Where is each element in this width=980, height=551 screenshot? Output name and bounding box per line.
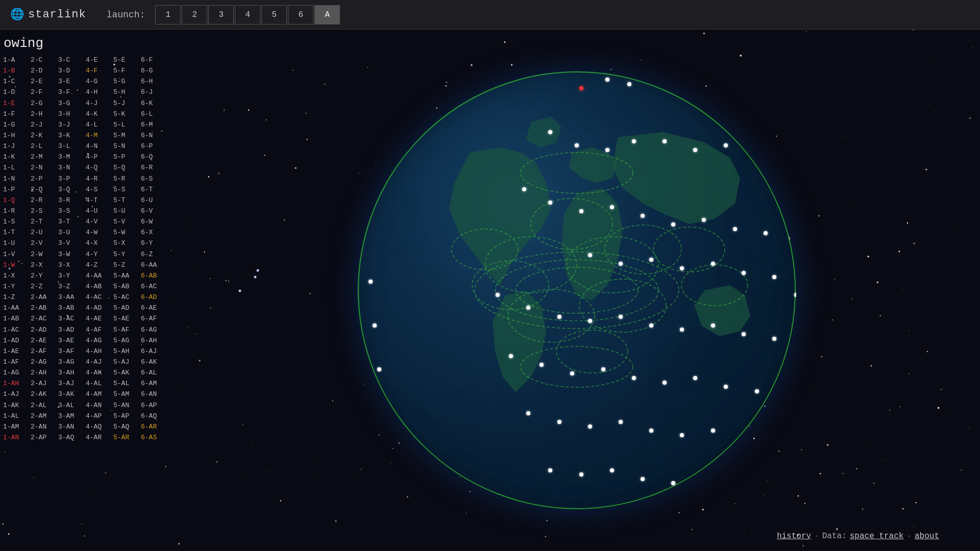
list-item[interactable]: 2-AH — [30, 368, 57, 378]
list-item[interactable]: 4-Z — [85, 260, 112, 270]
list-item[interactable]: 2-AG — [30, 357, 57, 367]
about-link[interactable]: about — [915, 532, 939, 541]
list-item[interactable]: 1-AN — [3, 433, 29, 443]
list-item[interactable]: 3-W — [58, 249, 84, 260]
list-item[interactable]: 6-AD — [140, 292, 163, 303]
list-item[interactable]: 5-K — [113, 109, 139, 119]
list-item[interactable]: 1-A — [3, 55, 29, 65]
list-item[interactable]: 5-AG — [113, 336, 139, 346]
list-item[interactable]: 6-F — [140, 55, 163, 65]
launch-btn-2[interactable]: 2 — [182, 5, 207, 24]
list-item[interactable]: 6-AH — [140, 336, 163, 346]
list-item[interactable]: 3-M — [58, 152, 84, 162]
list-item[interactable]: 5-J — [113, 98, 139, 109]
list-item[interactable]: 2-P — [30, 174, 57, 184]
list-item[interactable]: 4-M — [85, 131, 112, 141]
list-item[interactable]: 5-AR — [113, 433, 139, 443]
launch-btn-a[interactable]: A — [314, 5, 340, 24]
list-item[interactable]: 4-U — [85, 206, 112, 216]
list-item[interactable]: 3-AM — [58, 411, 84, 421]
list-item[interactable]: 6-AR — [140, 422, 163, 432]
list-item[interactable]: 1-AF — [3, 357, 29, 367]
list-item[interactable]: 6-M — [140, 120, 163, 130]
list-item[interactable]: 6-U — [140, 195, 163, 206]
list-item[interactable]: 4-S — [85, 185, 112, 195]
list-item[interactable]: 3-AK — [58, 389, 84, 399]
list-item[interactable]: 4-T — [85, 195, 112, 206]
list-item[interactable]: 5-AM — [113, 389, 139, 399]
list-item[interactable]: 1-C — [3, 77, 29, 87]
list-item[interactable]: 3-AL — [58, 400, 84, 411]
list-item[interactable]: 5-E — [113, 55, 139, 65]
list-item[interactable]: 4-F — [85, 66, 112, 76]
list-item[interactable]: 2-AA — [30, 292, 57, 303]
list-item[interactable]: 1-AE — [3, 346, 29, 357]
list-item[interactable]: 6-AL — [140, 368, 163, 378]
list-item[interactable]: 2-AC — [30, 314, 57, 324]
list-item[interactable]: 1-T — [3, 228, 29, 238]
history-link[interactable]: history — [777, 532, 811, 541]
list-item[interactable]: 2-AL — [30, 400, 57, 411]
list-item[interactable]: 3-T — [58, 217, 84, 227]
list-item[interactable]: 1-AL — [3, 411, 29, 421]
list-item[interactable]: 1-Y — [3, 282, 29, 292]
list-item[interactable]: 3-AJ — [58, 379, 84, 389]
list-item[interactable]: 6-X — [140, 228, 163, 238]
list-item[interactable]: 2-Z — [30, 282, 57, 292]
list-item[interactable]: 1-V — [3, 249, 29, 260]
list-item[interactable]: 1-AD — [3, 336, 29, 346]
list-item[interactable]: 5-AF — [113, 325, 139, 335]
list-item[interactable]: 2-X — [30, 260, 57, 270]
list-item[interactable]: 2-AK — [30, 389, 57, 399]
list-item[interactable]: 2-U — [30, 228, 57, 238]
list-item[interactable]: 3-AQ — [58, 433, 84, 443]
list-item[interactable]: 2-S — [30, 206, 57, 216]
list-item[interactable]: 3-V — [58, 238, 84, 248]
list-item[interactable]: 4-AA — [85, 271, 112, 281]
list-item[interactable]: 5-Q — [113, 163, 139, 173]
list-item[interactable]: 1-U — [3, 238, 29, 248]
list-item[interactable]: 2-C — [30, 55, 57, 65]
list-item[interactable]: 4-N — [85, 141, 112, 152]
list-item[interactable]: 4-Y — [85, 249, 112, 260]
list-item[interactable]: 5-N — [113, 141, 139, 152]
list-item[interactable]: 4-AP — [85, 411, 112, 421]
list-item[interactable]: 2-H — [30, 109, 57, 119]
list-item[interactable]: 1-S — [3, 217, 29, 227]
list-item[interactable]: 4-Q — [85, 163, 112, 173]
list-item[interactable]: 3-D — [58, 66, 84, 76]
list-item[interactable]: 4-J — [85, 98, 112, 109]
list-item[interactable]: 3-AF — [58, 346, 84, 357]
list-item[interactable]: 4-AR — [85, 433, 112, 443]
list-item[interactable]: 5-AN — [113, 400, 139, 411]
list-item[interactable]: 2-F — [30, 87, 57, 97]
launch-btn-6[interactable]: 6 — [288, 5, 313, 24]
list-item[interactable]: 1-J — [3, 141, 29, 152]
list-item[interactable]: 3-J — [58, 120, 84, 130]
list-item[interactable]: 3-AB — [58, 303, 84, 313]
list-item[interactable]: 2-AB — [30, 303, 57, 313]
list-item[interactable]: 6-AP — [140, 400, 163, 411]
list-item[interactable]: 5-H — [113, 87, 139, 97]
list-item[interactable]: 3-AG — [58, 357, 84, 367]
list-item[interactable]: 5-W — [113, 228, 139, 238]
list-item[interactable]: 4-R — [85, 174, 112, 184]
list-item[interactable]: 3-H — [58, 109, 84, 119]
list-item[interactable]: 5-G — [113, 77, 139, 87]
list-item[interactable]: 5-Z — [113, 260, 139, 270]
list-item[interactable]: 4-AD — [85, 303, 112, 313]
list-item[interactable]: 6-AS — [140, 433, 163, 443]
list-item[interactable]: 6-AE — [140, 303, 163, 313]
list-item[interactable]: 5-U — [113, 206, 139, 216]
list-item[interactable]: 4-V — [85, 217, 112, 227]
list-item[interactable]: 5-T — [113, 195, 139, 206]
launch-btn-4[interactable]: 4 — [235, 5, 260, 24]
list-item[interactable]: 6-AG — [140, 325, 163, 335]
list-item[interactable]: 6-N — [140, 131, 163, 141]
list-item[interactable]: 4-H — [85, 87, 112, 97]
list-item[interactable]: 3-AN — [58, 422, 84, 432]
list-item[interactable]: 6-V — [140, 206, 163, 216]
launch-btn-5[interactable]: 5 — [261, 5, 287, 24]
list-item[interactable]: 2-D — [30, 66, 57, 76]
list-item[interactable]: 1-Q — [3, 195, 29, 206]
